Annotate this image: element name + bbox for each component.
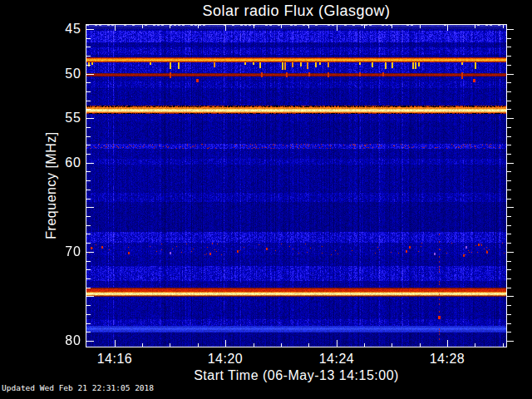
y-axis-minor-tick — [86, 109, 91, 110]
y-axis-minor-tick — [507, 82, 511, 83]
y-tick-label: 55 — [33, 111, 81, 126]
y-axis-minor-tick — [507, 225, 511, 226]
x-axis-label: Start Time (06-May-13 14:15:00) — [86, 368, 506, 383]
y-axis-minor-tick — [86, 127, 91, 128]
y-axis-minor-tick — [507, 278, 511, 279]
spectrogram-canvas — [86, 25, 506, 347]
y-axis-minor-tick — [86, 243, 91, 244]
y-axis-minor-tick — [86, 199, 91, 200]
x-axis-minor-tick — [308, 343, 309, 347]
y-axis-minor-tick — [86, 323, 91, 324]
y-axis-minor-tick — [86, 216, 91, 217]
y-tick-label: 45 — [33, 22, 81, 37]
y-axis-minor-tick — [507, 234, 511, 234]
x-axis-minor-tick — [503, 25, 504, 28]
x-axis-minor-tick — [254, 343, 254, 347]
y-tick-label: 70 — [33, 244, 81, 259]
y-axis-minor-tick — [507, 180, 511, 181]
y-axis-major-tick — [507, 207, 514, 208]
x-axis-major-tick — [225, 25, 226, 31]
y-axis-minor-tick — [507, 288, 511, 288]
y-axis-major-tick — [507, 341, 514, 342]
y-axis-minor-tick — [507, 269, 511, 270]
y-tick-label: 60 — [33, 155, 81, 170]
x-axis-major-tick — [115, 25, 116, 31]
y-axis-major-tick — [507, 163, 514, 164]
x-axis-minor-tick — [420, 343, 421, 347]
y-axis-minor-tick — [507, 305, 511, 306]
x-axis-minor-tick — [475, 25, 475, 28]
y-axis-minor-tick — [86, 171, 91, 172]
x-axis-minor-tick — [198, 25, 199, 28]
update-timestamp: Updated Wed Feb 21 22:31:05 2018 — [2, 383, 154, 392]
x-axis-major-tick — [225, 340, 226, 347]
y-axis-minor-tick — [86, 47, 91, 47]
x-axis-minor-tick — [392, 25, 392, 28]
x-axis-major-tick — [337, 340, 337, 347]
y-axis-minor-tick — [86, 261, 91, 262]
x-axis-minor-tick — [198, 343, 199, 347]
y-axis-minor-tick — [86, 154, 91, 155]
y-axis-minor-tick — [86, 288, 91, 288]
y-axis-minor-tick — [86, 38, 91, 39]
x-axis-major-tick — [115, 340, 116, 347]
x-axis-minor-tick — [503, 343, 504, 347]
x-tick-label: 14:24 — [308, 352, 366, 367]
y-axis-minor-tick — [86, 225, 91, 226]
x-axis-minor-tick — [142, 343, 143, 347]
y-axis-major-tick — [507, 118, 514, 119]
x-axis-minor-tick — [170, 343, 170, 347]
y-axis-minor-tick — [507, 171, 511, 172]
x-axis-major-tick — [337, 25, 337, 31]
y-axis-major-tick — [86, 252, 94, 253]
y-axis-minor-tick — [507, 216, 511, 217]
y-axis-minor-tick — [507, 332, 511, 332]
y-axis-minor-tick — [507, 314, 511, 315]
y-axis-major-tick — [507, 296, 514, 297]
y-axis-minor-tick — [86, 305, 91, 306]
x-axis-minor-tick — [364, 343, 365, 347]
y-axis-minor-tick — [86, 314, 91, 315]
y-axis-major-tick — [86, 207, 94, 208]
y-axis-major-tick — [86, 163, 94, 164]
y-axis-major-tick — [507, 74, 514, 75]
y-axis-minor-tick — [507, 109, 511, 110]
plot-frame — [86, 24, 507, 347]
y-axis-minor-tick — [507, 199, 511, 200]
x-axis-minor-tick — [475, 343, 475, 347]
y-axis-major-tick — [86, 341, 94, 342]
y-axis-major-tick — [507, 252, 514, 253]
y-axis-minor-tick — [86, 82, 91, 83]
x-axis-minor-tick — [254, 25, 254, 28]
x-axis-minor-tick — [364, 25, 365, 28]
y-axis-minor-tick — [86, 91, 91, 92]
y-axis-major-tick — [86, 29, 94, 30]
y-axis-minor-tick — [507, 243, 511, 244]
x-axis-minor-tick — [392, 343, 392, 347]
y-axis-minor-tick — [86, 101, 91, 101]
y-axis-minor-tick — [86, 234, 91, 234]
y-axis-major-tick — [507, 29, 514, 30]
y-axis-minor-tick — [507, 91, 511, 92]
y-tick-label: 50 — [33, 66, 81, 81]
y-axis-minor-tick — [86, 269, 91, 270]
y-axis-major-tick — [86, 118, 94, 119]
y-axis-minor-tick — [86, 65, 91, 66]
y-axis-major-tick — [86, 74, 94, 75]
chart-title: Solar radio Flux (Glasgow) — [86, 2, 506, 20]
y-axis-minor-tick — [507, 127, 511, 128]
y-axis-minor-tick — [86, 180, 91, 181]
x-tick-label: 14:16 — [86, 352, 144, 367]
y-axis-minor-tick — [507, 56, 511, 57]
y-axis-minor-tick — [86, 56, 91, 57]
y-axis-minor-tick — [507, 145, 511, 145]
y-axis-minor-tick — [507, 101, 511, 101]
y-axis-minor-tick — [507, 47, 511, 47]
x-axis-minor-tick — [308, 25, 309, 28]
y-axis-minor-tick — [86, 190, 91, 190]
y-axis-minor-tick — [86, 145, 91, 145]
x-tick-label: 14:20 — [196, 352, 254, 367]
y-axis-minor-tick — [86, 332, 91, 332]
x-axis-minor-tick — [281, 343, 282, 347]
y-axis-minor-tick — [507, 136, 511, 137]
